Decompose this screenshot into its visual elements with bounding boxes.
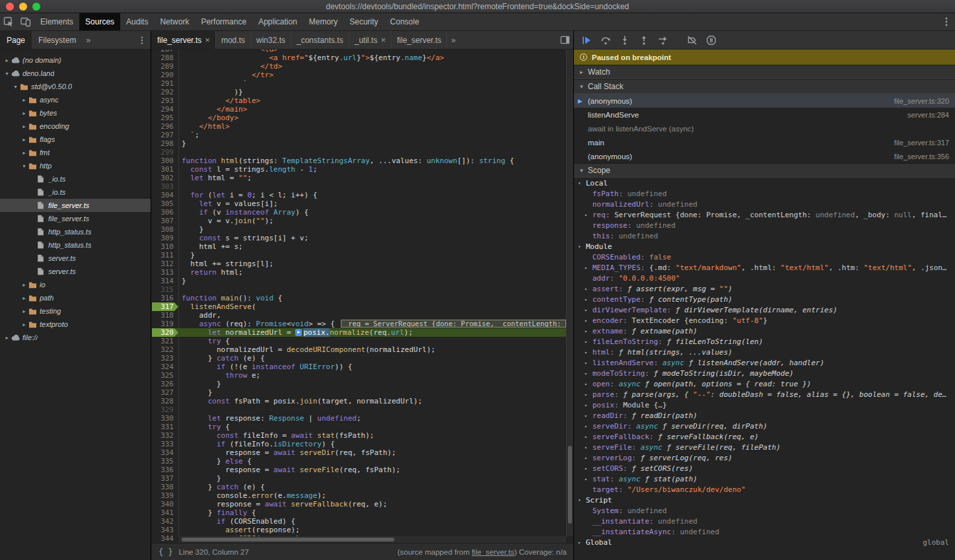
editor-tab[interactable]: file_server.ts <box>392 31 447 49</box>
scope-variable[interactable]: ▸setCORS: ƒ setCORS(res) <box>574 463 955 473</box>
line-number[interactable]: 319 <box>152 320 178 328</box>
code-editor[interactable]: 287 <td>288 <a href="${entry.url}">${ent… <box>152 50 573 543</box>
line-number[interactable]: 292 <box>152 88 178 96</box>
scope-variable[interactable]: ▸posix: Module {…} <box>574 400 955 410</box>
tab-audits[interactable]: Audits <box>120 13 154 30</box>
scope-variable[interactable]: addr: "0.0.0.0:4500" <box>574 273 955 283</box>
line-number[interactable]: 336 <box>152 466 178 474</box>
disclosure-collapsed-icon[interactable]: ▸ <box>20 137 28 143</box>
source-map-link[interactable]: file_server.ts <box>472 548 514 556</box>
editor-tab[interactable]: mod.ts <box>216 31 251 49</box>
scope-variable[interactable]: ▸modeToString: ƒ modeToString(isDir, may… <box>574 368 955 378</box>
scope-variable[interactable]: __instantiateAsync: undefined <box>574 526 955 537</box>
line-number[interactable]: 322 <box>152 345 178 354</box>
step-over-button[interactable] <box>599 34 612 47</box>
device-toolbar-icon[interactable] <box>17 13 34 30</box>
scope-section-global[interactable]: ▸Globalglobal <box>574 537 955 547</box>
tab-performance[interactable]: Performance <box>195 13 252 30</box>
line-number[interactable]: 344 <box>152 534 178 543</box>
file-tree-item[interactable]: http_status.ts <box>0 238 151 252</box>
line-number[interactable]: 332 <box>152 431 178 440</box>
disclosure-collapsed-icon[interactable]: ▸ <box>584 318 592 324</box>
line-number[interactable]: 333 <box>152 440 178 448</box>
file-tree-item[interactable]: ▸flags <box>0 133 151 146</box>
line-number[interactable]: 315 <box>152 285 178 294</box>
section-watch[interactable]: ▸ Watch <box>574 65 955 79</box>
disclosure-expanded-icon[interactable]: ▾ <box>11 84 20 90</box>
call-stack-frame[interactable]: await in listenAndServe (async) <box>574 122 955 135</box>
close-tab-icon[interactable]: × <box>205 36 210 44</box>
line-number[interactable]: 324 <box>152 363 178 371</box>
file-tree-item[interactable]: ▸fmt <box>0 146 151 159</box>
line-number[interactable]: 309 <box>152 234 178 242</box>
disclosure-collapsed-icon[interactable]: ▸ <box>3 57 11 63</box>
tab-elements[interactable]: Elements <box>34 13 79 30</box>
disclosure-collapsed-icon[interactable]: ▸ <box>3 335 11 341</box>
editor-tab[interactable]: file_server.ts× <box>152 31 216 49</box>
line-number[interactable]: 326 <box>152 380 178 388</box>
file-tree-item[interactable]: ▸path <box>0 291 151 304</box>
scope-variable[interactable]: ▸serveFallback: ƒ serveFallback(req, e) <box>574 431 955 442</box>
scope-variable[interactable]: ▸open: async ƒ open(path, options = { re… <box>574 378 955 389</box>
scope-section-local[interactable]: ▾Local <box>574 178 955 188</box>
line-number[interactable]: 338 <box>152 483 178 491</box>
tab-security[interactable]: Security <box>343 13 384 30</box>
disclosure-collapsed-icon[interactable]: ▸ <box>20 150 28 156</box>
line-number[interactable]: 290 <box>152 71 178 79</box>
editor-tab[interactable]: _constants.ts <box>291 31 349 49</box>
file-tree-item[interactable]: ▸io <box>0 278 151 291</box>
file-tree-item[interactable]: ▾http <box>0 159 151 172</box>
file-tree-item[interactable]: file_server.ts <box>0 212 151 225</box>
more-editor-tabs-icon[interactable]: » <box>447 31 460 49</box>
vertical-scrollbar-thumb[interactable] <box>568 446 572 524</box>
file-tree-item[interactable]: ▸testing <box>0 304 151 318</box>
line-number[interactable]: 298 <box>152 139 178 148</box>
scope-variable[interactable]: ▸encoder: TextEncoder {encoding: "utf-8"… <box>574 315 955 326</box>
file-tree-item[interactable]: ▾deno.land <box>0 67 151 80</box>
disclosure-collapsed-icon[interactable]: ▸ <box>584 265 592 271</box>
line-number[interactable]: 302 <box>152 174 178 182</box>
file-tree-item[interactable]: ▸encoding <box>0 120 151 133</box>
line-number[interactable]: 331 <box>152 423 178 431</box>
line-number[interactable]: 296 <box>152 122 178 131</box>
disclosure-collapsed-icon[interactable]: ▸ <box>584 392 592 398</box>
file-tree-item[interactable]: server.ts <box>0 265 151 278</box>
more-navigator-tabs-icon[interactable]: » <box>83 31 94 49</box>
line-number[interactable]: 293 <box>152 96 178 105</box>
line-number[interactable]: 313 <box>152 268 178 277</box>
line-number[interactable]: 341 <box>152 508 178 517</box>
call-stack-frame[interactable]: mainfile_server.ts:317 <box>574 135 955 149</box>
disclosure-collapsed-icon[interactable]: ▸ <box>584 402 592 408</box>
line-number[interactable]: 342 <box>152 517 178 526</box>
scope-variable[interactable]: CORSEnabled: false <box>574 252 955 262</box>
line-number[interactable]: 288 <box>152 53 178 62</box>
disclosure-collapsed-icon[interactable]: ▸ <box>584 349 592 355</box>
disclosure-collapsed-icon[interactable]: ▸ <box>584 434 592 440</box>
file-tree-item[interactable]: ▾std@v0.50.0 <box>0 80 151 93</box>
editor-horizontal-scrollbar[interactable] <box>179 536 566 543</box>
pretty-print-icon[interactable]: { } <box>159 547 173 557</box>
scope-variable[interactable]: normalizedUrl: undefined <box>574 199 955 209</box>
scope-variable[interactable]: ▸extname: ƒ extname(path) <box>574 326 955 336</box>
tab-application[interactable]: Application <box>252 13 303 30</box>
line-number[interactable]: 325 <box>152 371 178 380</box>
devtools-menu-icon[interactable] <box>938 13 955 30</box>
minimize-button[interactable] <box>19 3 27 11</box>
file-tree-item[interactable]: http_status.ts <box>0 225 151 238</box>
disclosure-collapsed-icon[interactable]: ▸ <box>584 466 592 472</box>
disclosure-collapsed-icon[interactable]: ▸ <box>584 307 592 313</box>
line-number[interactable]: 327 <box>152 388 178 397</box>
file-tree-item[interactable]: ▸bytes <box>0 106 151 120</box>
disclosure-collapsed-icon[interactable]: ▸ <box>584 381 592 387</box>
close-tab-icon[interactable]: × <box>380 36 386 44</box>
execution-line-number[interactable]: 320 <box>152 328 178 337</box>
line-number[interactable]: 301 <box>152 165 178 174</box>
file-tree-item[interactable]: server.ts <box>0 252 151 265</box>
step-button[interactable] <box>656 34 670 47</box>
tab-console[interactable]: Console <box>384 13 425 30</box>
scope-variable[interactable]: ▸serveFile: async ƒ serveFile(req, fileP… <box>574 442 955 452</box>
file-tree-item[interactable]: ▸(no domain) <box>0 53 151 67</box>
step-into-button[interactable] <box>618 34 631 47</box>
disclosure-collapsed-icon[interactable]: ▸ <box>584 370 592 376</box>
line-number[interactable]: 299 <box>152 148 178 157</box>
